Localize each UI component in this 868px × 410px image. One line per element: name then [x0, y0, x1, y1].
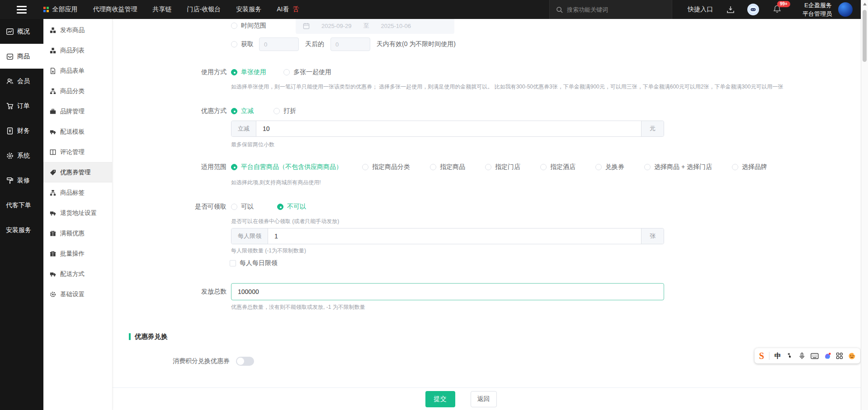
date-range-picker[interactable]: 2025-09-29 至 2025-10-06 [296, 19, 454, 34]
notifications-bell[interactable]: 99+ [773, 5, 782, 15]
scrollbar-up-arrow[interactable] [863, 3, 867, 5]
menu-return-address[interactable]: 退货地址设置 [43, 203, 112, 223]
menu-goods-category[interactable]: 商品分类 [43, 81, 112, 101]
sidebar-item-orders[interactable]: 订单 [0, 93, 43, 118]
scope-note: 如选择此项,则支持商城所有商品使用! [231, 179, 321, 186]
sidebar-item-system[interactable]: 系统 [0, 143, 43, 168]
sidebar-item-install-service[interactable]: 安装服务 [0, 218, 43, 242]
topbar-item-all-apps[interactable]: 全部应用 [43, 5, 78, 14]
radio-multi-use[interactable]: 多张一起使用 [283, 68, 331, 76]
sidebar-item-goods[interactable]: 商品 [0, 44, 43, 69]
radio-scope-category[interactable]: 指定商品分类 [362, 163, 410, 171]
menu-review-management[interactable]: 评论管理 [43, 142, 112, 162]
radio-reduce[interactable]: 立减 [231, 107, 254, 115]
columns-icon [50, 149, 56, 155]
date-separator: 至 [363, 22, 369, 30]
keyboard-icon[interactable] [811, 353, 819, 359]
avatar[interactable] [838, 2, 853, 17]
acquire-valid-days-input[interactable] [330, 37, 370, 51]
emoji-icon[interactable] [848, 352, 856, 360]
menu-coupon-management[interactable]: 优惠券管理 [43, 162, 112, 182]
daily-limit-checkbox[interactable] [230, 260, 236, 266]
download-icon[interactable] [726, 5, 735, 14]
radio-time-range[interactable]: 时间范围 [231, 22, 266, 30]
ai-assistant-icon[interactable] [747, 4, 759, 15]
radio-can-receive[interactable]: 可以 [231, 203, 254, 211]
gift-icon [50, 230, 56, 237]
total-label: 发放总数 [113, 288, 226, 296]
ime-language-icon[interactable]: 中 [774, 352, 781, 360]
radio-scope-voucher[interactable]: 兑换券 [595, 163, 624, 171]
menu-goods-form[interactable]: 商品表单 [43, 61, 112, 81]
paint-roller-icon [6, 177, 14, 185]
discount-amount-prefix: 立减 [231, 121, 256, 136]
menu-publish-goods[interactable]: 发布商品 [43, 20, 112, 40]
microphone-icon[interactable] [798, 352, 806, 359]
hamburger-menu-icon[interactable] [0, 0, 43, 19]
radio-scope-goods[interactable]: 指定商品 [430, 163, 465, 171]
radio-scope-store[interactable]: 指定门店 [485, 163, 520, 171]
menu-brand-management[interactable]: 品牌管理 [43, 101, 112, 121]
radio-single-use[interactable]: 单张使用 [231, 68, 266, 76]
topbar-item-install-service[interactable]: 安装服务 [236, 5, 261, 14]
overview-icon [6, 28, 14, 36]
scrollbar-thumb[interactable] [863, 10, 867, 62]
search-input[interactable] [567, 6, 657, 13]
validity-range-row: 时间范围 2025-09-29 至 2025-10-06 [113, 19, 861, 34]
limit-prefix: 每人限领 [231, 228, 268, 244]
daily-limit-label: 每人每日限领 [240, 259, 278, 267]
main-content: 时间范围 2025-09-29 至 2025-10-06 获取 天后的 [113, 19, 861, 410]
total-count-input[interactable] [231, 283, 664, 300]
sidebar-item-members[interactable]: 会员 [0, 69, 43, 93]
menu-full-discount[interactable]: 满额优惠 [43, 223, 112, 243]
radio-scope-goods-store[interactable]: 选择商品 + 选择门店 [644, 163, 712, 171]
limit-per-person-input[interactable] [268, 228, 641, 244]
radio-scope-brand[interactable]: 选择品牌 [732, 163, 767, 171]
account-info[interactable]: E企盈服务 平台管理员 [802, 1, 832, 19]
menu-delivery-template[interactable]: 配送模板 [43, 121, 112, 142]
menu-delivery-method[interactable]: 配送方式 [43, 264, 112, 284]
sitemap-icon [50, 190, 56, 196]
radio-cannot-receive[interactable]: 不可以 [277, 203, 306, 211]
topbar-item-share-chain[interactable]: 共享链 [153, 5, 172, 14]
radio-acquire[interactable]: 获取 [231, 40, 254, 48]
date-end: 2025-10-06 [381, 23, 411, 29]
menu-basic-settings[interactable]: 基础设置 [43, 284, 112, 304]
receivable-row: 是否可领取 可以 不可以 [113, 199, 861, 215]
points-exchange-row: 消费积分兑换优惠券 [173, 357, 254, 366]
sidebar-item-overview[interactable]: 概况 [0, 19, 43, 44]
tag-icon [50, 169, 56, 176]
calendar-icon [303, 23, 310, 29]
radio-scope-platform[interactable]: 平台自营商品（不包含供应商商品） [231, 163, 342, 171]
sidebar-item-proxy-order[interactable]: 代客下单 [0, 193, 43, 218]
acquire-days-after-input[interactable] [259, 37, 299, 51]
submit-button[interactable]: 提交 [425, 391, 455, 407]
topbar-item-agent-revenue[interactable]: 代理商收益管理 [93, 5, 137, 14]
topbar: 全部应用 代理商收益管理 共享链 门店-收银台 安装服务 AI看舌 快捷入口 9… [0, 0, 861, 19]
topbar-search[interactable] [549, 0, 672, 19]
truck-icon [50, 129, 56, 135]
points-exchange-toggle[interactable] [236, 357, 254, 366]
sogou-logo-icon[interactable]: S [759, 351, 764, 360]
menu-goods-tags[interactable]: 商品标签 [43, 182, 112, 203]
truck-icon [50, 271, 56, 277]
sitemap-icon [50, 88, 56, 94]
page-scrollbar[interactable] [861, 0, 868, 410]
acquire-suffix-text: 天内有效(0 为不限时间使用) [377, 40, 456, 48]
radio-fold[interactable]: 打折 [274, 107, 296, 115]
primary-sidebar: 概况 商品 会员 订单 财务 系统 [0, 19, 43, 410]
apps-grid-icon[interactable] [836, 352, 843, 359]
quick-entry-link[interactable]: 快捷入口 [688, 5, 713, 14]
topbar-item-ai-tongue[interactable]: AI看舌 [277, 5, 299, 14]
menu-goods-list[interactable]: 商品列表 [43, 40, 112, 61]
topbar-item-store-cashier[interactable]: 门店-收银台 [187, 5, 221, 14]
discount-amount-input[interactable] [256, 121, 641, 136]
sidebar-item-decorate[interactable]: 装修 [0, 168, 43, 193]
radio-scope-hotel[interactable]: 指定酒店 [540, 163, 576, 171]
punctuation-icon[interactable] [786, 352, 793, 359]
menu-batch-operation[interactable]: 批量操作 [43, 243, 112, 264]
back-button[interactable]: 返回 [471, 391, 497, 407]
skin-icon[interactable] [824, 352, 831, 360]
ime-toolbar: S 中 [755, 348, 860, 363]
sidebar-item-finance[interactable]: 财务 [0, 118, 43, 143]
